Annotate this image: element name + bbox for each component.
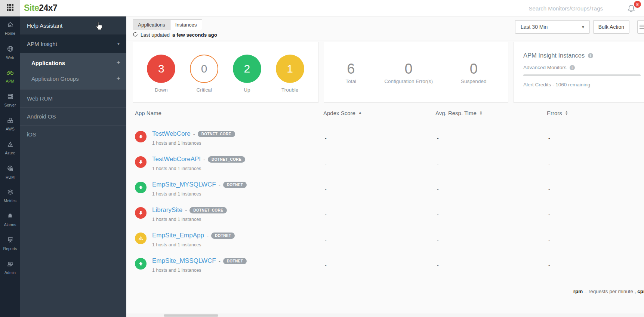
up-count-circle[interactable]: 2: [233, 55, 261, 83]
alert-credits-text: Alert Credits - 1060 remaining: [523, 82, 644, 87]
platform-badge: DOTNET: [223, 258, 247, 264]
rail-item-metrics[interactable]: Metrics: [0, 184, 20, 208]
apm-insight-instances-panel: APM Insight Instances i Advanced Monitor…: [514, 42, 644, 103]
critical-count: 0: [201, 62, 207, 75]
time-range-select[interactable]: Last 30 Min ▼: [515, 20, 590, 34]
sort-icon[interactable]: ▲▼: [480, 110, 483, 116]
apdex-score-value: -: [320, 200, 432, 226]
list-view-toggle-button[interactable]: [637, 20, 644, 34]
rail-item-azure[interactable]: Azure: [0, 136, 20, 160]
tab-instances[interactable]: Instances: [170, 20, 202, 30]
rail-item-alarms[interactable]: Alarms: [0, 208, 20, 232]
rail-item-label: Azure: [5, 151, 15, 155]
errors-value: -: [544, 251, 644, 277]
status-trouble[interactable]: 1 Trouble: [276, 42, 304, 102]
status-up[interactable]: 2 Up: [233, 42, 261, 102]
platform-badge: DOTNET: [223, 182, 247, 188]
sidebar-item-application-groups[interactable]: Application Groups +: [20, 71, 126, 86]
app-link[interactable]: EmpSite_MSSQLWCF: [152, 257, 216, 265]
apdex-score-value: -: [320, 251, 432, 277]
applications-table: App Name Apdex Score▲ Avg. Resp. Time▲▼ …: [133, 110, 644, 277]
android-os-label: Android OS: [27, 113, 56, 120]
refresh-icon[interactable]: [133, 32, 138, 38]
table-row: EmpSite_EmpApp - DOTNET 1 hosts and 1 in…: [133, 226, 644, 251]
sidebar-item-ios[interactable]: iOS: [20, 125, 126, 143]
bulk-action-button[interactable]: Bulk Action: [593, 20, 629, 34]
app-link[interactable]: EmpSite_EmpApp: [152, 232, 204, 239]
info-icon[interactable]: i: [588, 53, 593, 58]
status-down-icon: [135, 156, 147, 168]
add-application-icon[interactable]: +: [116, 59, 120, 67]
search-input[interactable]: [480, 2, 603, 14]
home-icon: [7, 21, 14, 30]
sidebar-item-applications[interactable]: Applications +: [20, 55, 126, 71]
time-range-value: Last 30 Min: [521, 24, 548, 30]
top-bar: Site24x7 8: [0, 0, 644, 16]
rail-item-web[interactable]: Web: [0, 40, 20, 64]
sort-asc-icon[interactable]: ▲: [358, 111, 362, 114]
rail-item-home[interactable]: Home: [0, 16, 20, 40]
last-updated-value: a few seconds ago: [172, 32, 217, 38]
application-groups-label: Application Groups: [31, 76, 79, 82]
rail-item-apm[interactable]: APM: [0, 64, 20, 88]
last-updated-prefix: Last updated: [141, 32, 170, 38]
rail-item-rum[interactable]: RUM: [0, 160, 20, 184]
advanced-monitors-label: Advanced Monitors: [523, 65, 567, 70]
trouble-count-circle[interactable]: 1: [276, 55, 304, 83]
app-link[interactable]: LibrarySite: [152, 206, 182, 214]
sort-icon[interactable]: ▲▼: [565, 110, 568, 116]
app-link[interactable]: TestWebCoreAPI: [152, 156, 201, 163]
avg-resp-time-value: -: [432, 150, 544, 175]
rail-item-label: APM: [6, 79, 15, 83]
scrollbar-thumb[interactable]: [164, 314, 218, 317]
site24x7-logo[interactable]: Site24x7: [24, 3, 57, 13]
errors-value: -: [544, 150, 644, 175]
column-header-app-name[interactable]: App Name: [133, 110, 320, 124]
rail-item-server[interactable]: Server: [0, 88, 20, 112]
column-header-apdex-score[interactable]: Apdex Score▲: [320, 110, 432, 124]
avg-resp-time-value: -: [432, 226, 544, 251]
sidebar-section-apm-insight[interactable]: APM Insight ▼: [20, 35, 126, 53]
status-critical[interactable]: 0 Critical: [190, 42, 218, 102]
rail-item-label: Web: [6, 55, 14, 60]
critical-count-circle[interactable]: 0: [190, 55, 218, 83]
avg-resp-time-value: -: [432, 175, 544, 200]
sidebar-item-web-rum[interactable]: Web RUM: [20, 89, 126, 107]
configuration-errors-label: Configuration Error(s): [384, 79, 433, 84]
apm-insight-label: APM Insight: [27, 41, 57, 47]
sidebar-item-android-os[interactable]: Android OS: [20, 107, 126, 125]
errors-value: -: [544, 226, 644, 251]
trouble-count: 1: [287, 62, 293, 75]
status-summary-panel: 3 Down 0 Critical 2 Up 1 Trouble: [133, 42, 318, 103]
column-header-errors[interactable]: Errors▲▼: [544, 110, 644, 124]
suspended-value: 0: [470, 62, 478, 76]
notification-count-badge[interactable]: 8: [634, 1, 641, 8]
sidebar-item-help-assistant[interactable]: Help Assistant: [20, 16, 126, 35]
table-header-row: App Name Apdex Score▲ Avg. Resp. Time▲▼ …: [133, 110, 644, 124]
grid-icon: [7, 4, 13, 12]
rail-item-reports[interactable]: Reports: [0, 232, 20, 256]
stat-suspended: 0 Suspended: [461, 62, 486, 102]
horizontal-scrollbar[interactable]: [126, 314, 644, 317]
tab-label: Instances: [175, 22, 197, 28]
last-updated: Last updated a few seconds ago: [133, 32, 217, 38]
apdex-score-value: -: [320, 175, 432, 200]
info-icon[interactable]: i: [570, 65, 575, 70]
total-value: 6: [347, 62, 355, 76]
app-link[interactable]: TestWebCore: [152, 130, 191, 138]
status-down[interactable]: 3 Down: [147, 42, 175, 102]
errors-value: -: [544, 124, 644, 150]
column-header-avg-resp-time[interactable]: Avg. Resp. Time▲▼: [432, 110, 544, 124]
platform-badge: DOTNET_CORE: [208, 156, 245, 163]
tab-applications[interactable]: Applications: [133, 20, 170, 30]
app-link[interactable]: EmpSite_MYSQLWCF: [152, 181, 216, 188]
down-count-circle[interactable]: 3: [147, 55, 175, 83]
binoculars-apm-icon: [6, 69, 14, 77]
rail-item-label: RUM: [6, 175, 15, 179]
table-row: TestWebCoreAPI - DOTNET_CORE 1 hosts and…: [133, 150, 644, 175]
add-application-group-icon[interactable]: +: [116, 75, 120, 83]
app-launcher-button[interactable]: [0, 0, 20, 16]
rail-item-admin[interactable]: Admin: [0, 256, 20, 280]
view-tabs: Applications Instances: [133, 19, 202, 30]
rail-item-aws[interactable]: AWS: [0, 112, 20, 136]
